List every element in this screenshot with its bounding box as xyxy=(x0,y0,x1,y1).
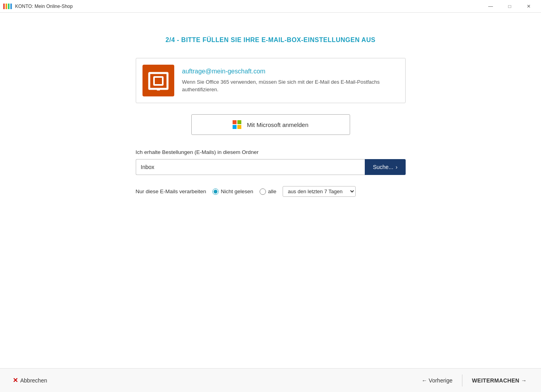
radio-unread-input[interactable] xyxy=(212,188,219,195)
next-label: WEITERMACHEN → xyxy=(472,377,527,384)
folder-search-label: Suche... xyxy=(373,164,393,170)
svg-rect-2 xyxy=(157,89,160,90)
svg-rect-1 xyxy=(154,77,163,85)
office-email: auftrage@mein-geschaft.com xyxy=(182,68,399,75)
close-button[interactable]: ✕ xyxy=(520,0,538,13)
ms-logo-green xyxy=(237,120,241,124)
days-dropdown[interactable]: aus den letzten 7 Tagen aus den letzten … xyxy=(283,186,356,197)
radio-all-input[interactable] xyxy=(260,188,266,195)
radio-unread-label: Nicht gelesen xyxy=(221,188,253,194)
minimize-button[interactable]: — xyxy=(481,0,500,13)
svg-rect-0 xyxy=(149,73,167,89)
microsoft-signin-button[interactable]: Mit Microsoft anmelden xyxy=(191,114,350,135)
folder-section: Ich erhalte Bestellungen (E-Mails) in di… xyxy=(136,149,406,197)
window-title: KONTO: Mein Online-Shop xyxy=(15,4,73,9)
office-logo xyxy=(142,65,174,96)
folder-search-button[interactable]: Suche... › xyxy=(365,159,405,175)
ms-logo-blue xyxy=(233,125,237,129)
cancel-label: Abbrechen xyxy=(20,377,47,384)
radio-unread[interactable]: Nicht gelesen xyxy=(212,188,253,195)
signin-button-label: Mit Microsoft anmelden xyxy=(247,121,308,128)
bottom-separator xyxy=(462,375,462,386)
ms-logo-red xyxy=(233,120,237,124)
bottom-right: ← Vorherige WEITERMACHEN → xyxy=(415,374,533,387)
ms-logo-yellow xyxy=(237,125,241,129)
radio-all-label: alle xyxy=(268,188,276,194)
main-content: 2/4 - BITTE FÜLLEN SIE IHRE E-MAIL-BOX-E… xyxy=(0,13,541,368)
titlebar: KONTO: Mein Online-Shop — □ ✕ xyxy=(0,0,541,13)
filter-label: Nur diese E-Mails verarbeiten xyxy=(136,188,206,194)
filter-row: Nur diese E-Mails verarbeiten Nicht gele… xyxy=(136,186,406,197)
office-description: Wenn Sie Office 365 verwenden, müssen Si… xyxy=(182,78,399,94)
app-icon xyxy=(3,4,12,9)
cancel-x-icon: ✕ xyxy=(13,377,18,384)
step-title: 2/4 - BITTE FÜLLEN SIE IHRE E-MAIL-BOX-E… xyxy=(166,37,375,44)
office-card: auftrage@mein-geschaft.com Wenn Sie Offi… xyxy=(136,58,406,103)
office-logo-icon xyxy=(148,70,169,91)
maximize-button[interactable]: □ xyxy=(501,0,519,13)
chevron-right-icon: › xyxy=(396,164,398,170)
bottom-bar: ✕ Abbrechen ← Vorherige WEITERMACHEN → xyxy=(0,368,541,392)
folder-label: Ich erhalte Bestellungen (E-Mails) in di… xyxy=(136,149,406,155)
folder-input[interactable] xyxy=(136,159,365,175)
radio-all[interactable]: alle xyxy=(260,188,276,195)
next-button[interactable]: WEITERMACHEN → xyxy=(466,374,533,387)
titlebar-left: KONTO: Mein Online-Shop xyxy=(3,4,73,9)
titlebar-controls: — □ ✕ xyxy=(481,0,538,13)
previous-label: ← Vorherige xyxy=(422,377,452,384)
previous-button[interactable]: ← Vorherige xyxy=(415,374,459,387)
folder-input-row: Suche... › xyxy=(136,159,406,175)
microsoft-logo xyxy=(233,120,241,129)
bottom-left: ✕ Abbrechen xyxy=(8,373,52,387)
cancel-button[interactable]: ✕ Abbrechen xyxy=(8,373,52,387)
office-card-text: auftrage@mein-geschaft.com Wenn Sie Offi… xyxy=(182,68,399,94)
